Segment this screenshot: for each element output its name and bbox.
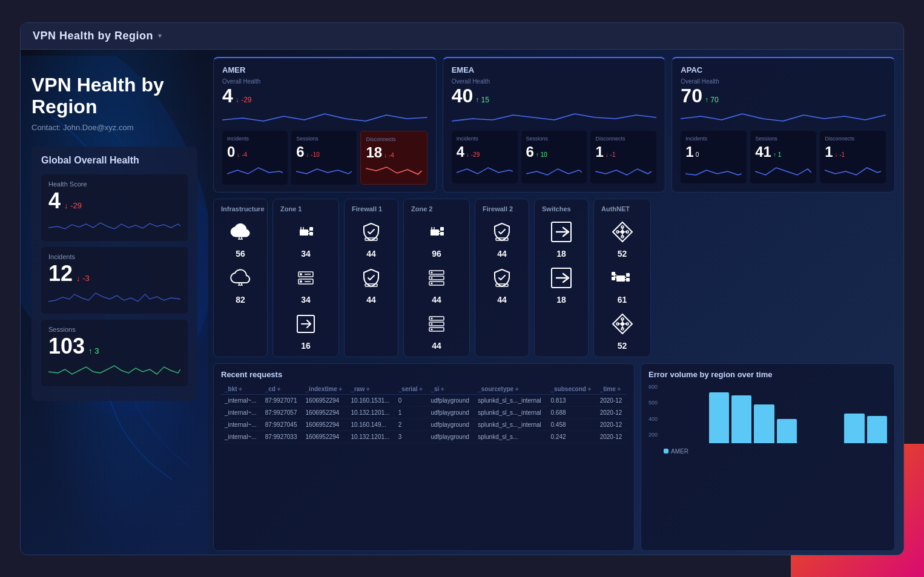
table-row: _internal~... 87:9927057 1606952294 10.1…: [221, 406, 627, 418]
contact-info: Contact: John.Doe@xyz.com: [31, 123, 197, 132]
amer-sparkline: [222, 109, 427, 122]
cell-time: 2020-12: [596, 418, 627, 430]
global-health-panel: Global Overall Health Health Score 4 ↓ -…: [31, 147, 197, 401]
shield2-icon: [357, 263, 386, 292]
amer-sessions-label: Sessions: [296, 136, 352, 142]
infra-item-arrow-box1: 18: [547, 217, 576, 259]
infra-value-stack2: 44: [432, 341, 441, 351]
infra-value-router2: 96: [432, 249, 441, 259]
apac-sparkline: [681, 109, 886, 122]
infra-item-cloud: 56: [226, 217, 255, 259]
infra-item-router: 34: [291, 217, 320, 259]
svg-rect-50: [626, 273, 630, 277]
amer-incidents-change: ↓ -4: [237, 151, 247, 158]
col-subsecond: _subsecond ÷: [547, 384, 596, 395]
emea-disconnects-label: Disconnects: [595, 136, 652, 142]
cell-bkt: _internal~...: [221, 418, 262, 430]
amer-sessions-sparkline: [296, 163, 352, 176]
svg-rect-17: [365, 284, 377, 286]
cell-sourcetype: splunkd_sl_s..._internal: [474, 394, 547, 406]
svg-rect-51: [626, 278, 630, 282]
emea-health-value-row: 40 ↑ 15: [452, 86, 657, 105]
bar-5: [754, 404, 774, 443]
cell-bkt: _internal~...: [221, 430, 262, 443]
apac-health-label: Overall Health: [681, 78, 886, 85]
amer-incidents-label: Incidents: [227, 136, 283, 142]
svg-rect-2: [300, 229, 308, 236]
error-chart-panel: Error volume by region over time 600 500…: [641, 363, 895, 551]
emea-name: EMEA: [452, 65, 657, 74]
amer-health-number: 4: [222, 86, 233, 105]
svg-rect-20: [440, 232, 444, 236]
cell-cd: 87:9927057: [262, 406, 302, 418]
infrastructure-section: Infrastructure 56: [213, 199, 268, 357]
infra-title-zone1: Zone 1: [280, 205, 331, 213]
cell-indextime: 1606952294: [302, 406, 348, 418]
infra-value-diamond1: 52: [618, 249, 627, 259]
svg-point-29: [431, 277, 433, 279]
chart-bars: [664, 384, 887, 444]
health-score-value-row: 4 ↓ -29: [48, 190, 180, 212]
col-raw: _raw ÷: [347, 384, 394, 395]
chart-legend: AMER: [664, 448, 887, 455]
zone2-section: Zone 2: [403, 199, 470, 357]
infra-item-cloud-outline: 82: [226, 263, 255, 305]
error-chart-title: Error volume by region over time: [648, 370, 887, 379]
svg-rect-16: [365, 238, 377, 240]
emea-incidents-label: Incidents: [457, 136, 513, 142]
apac-incidents-box: Incidents 1 0: [681, 131, 747, 183]
cell-subsecond: 0.688: [547, 406, 596, 418]
emea-sessions-sparkline: [526, 163, 582, 176]
cell-serial: 0: [395, 394, 427, 406]
cell-raw: 10.132.1201...: [347, 406, 394, 418]
cell-si: udfplayground: [427, 418, 474, 430]
emea-incidents-number: 4: [457, 143, 464, 160]
emea-sessions-change: ↑ 10: [536, 151, 547, 158]
firewall1-section: Firewall 1 44: [344, 199, 398, 357]
diamond1-icon: [608, 217, 637, 246]
infra-title-switches: Switches: [542, 205, 581, 213]
infra-value-stack1: 44: [432, 295, 441, 305]
outer-wrapper: VPN Health by Region ▾ VPN Health by Reg…: [0, 0, 924, 577]
emea-incidents-box: Incidents 4 ↓ -29: [452, 131, 518, 183]
recent-requests-panel: Recent requests _bkt ÷ _cd ÷ _indextime …: [213, 363, 635, 551]
region-cards-row: AMER Overall Health 4 ↓ -29 Incidents: [213, 57, 895, 193]
svg-rect-37: [496, 238, 508, 240]
infra-value-arrow-z1: 16: [301, 341, 311, 351]
emea-sparkline: [452, 109, 657, 122]
infra-value-cloud-outline: 82: [236, 295, 245, 305]
legend-amer: AMER: [664, 448, 688, 455]
firewall2-section: Firewall 2 44: [475, 199, 529, 357]
svg-point-44: [621, 230, 624, 234]
infra-value-arrow-box1: 18: [556, 249, 566, 259]
region-card-apac: APAC Overall Health 70 ↑ 70 Incidents: [672, 57, 895, 193]
emea-incidents-change: ↓ -29: [466, 151, 480, 158]
table-row: _internal~... 87:9927071 1606952294 10.1…: [221, 394, 627, 406]
bar-6: [777, 419, 797, 443]
svg-rect-4: [309, 232, 313, 236]
cell-raw: 10.160.149...: [347, 418, 394, 430]
infra-grid-zone1: 34: [280, 217, 331, 351]
amer-disconnects-change: ↓ -4: [384, 152, 394, 159]
bottom-row: Recent requests _bkt ÷ _cd ÷ _indextime …: [213, 363, 895, 551]
arrow-right-z1-icon: [291, 309, 320, 338]
emea-metrics: Incidents 4 ↓ -29 Sessions: [452, 131, 657, 183]
amer-disconnects-number: 18: [366, 144, 382, 161]
infra-title-zone2: Zone 2: [411, 205, 462, 213]
cell-indextime: 1606952294: [302, 394, 348, 406]
authnet-section: AuthNET: [593, 199, 651, 357]
title-dropdown-arrow[interactable]: ▾: [158, 31, 162, 40]
svg-rect-57: [612, 277, 615, 280]
cell-cd: 87:9927071: [262, 394, 302, 406]
infra-value-arrow-box2: 18: [556, 295, 566, 305]
svg-point-34: [431, 317, 433, 319]
requests-header-row: _bkt ÷ _cd ÷ _indextime ÷ _raw ÷ _serial…: [221, 384, 627, 395]
shield1-icon: [357, 217, 386, 246]
sessions-section: Sessions 103 ↑ 3: [41, 320, 188, 386]
cell-raw: 10.132.1201...: [347, 430, 394, 443]
emea-sessions-number: 6: [526, 143, 534, 160]
title-bar: VPN Health by Region ▾: [21, 23, 903, 50]
y-label-400: 400: [648, 416, 658, 422]
amer-disconnects-label: Disconnects: [366, 136, 421, 142]
incidents-sparkline: [48, 288, 180, 305]
